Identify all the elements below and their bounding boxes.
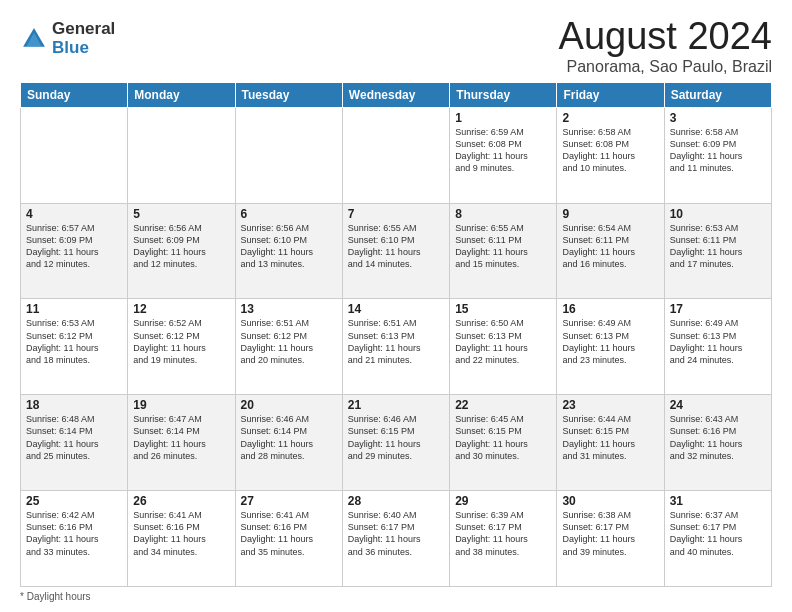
day-cell xyxy=(342,107,449,203)
logo-icon xyxy=(20,25,48,53)
day-info: Sunrise: 6:51 AM Sunset: 6:13 PM Dayligh… xyxy=(348,317,444,366)
day-number: 26 xyxy=(133,494,229,508)
footer-note: * Daylight hours xyxy=(20,591,772,602)
day-number: 10 xyxy=(670,207,766,221)
day-cell: 16Sunrise: 6:49 AM Sunset: 6:13 PM Dayli… xyxy=(557,299,664,395)
day-info: Sunrise: 6:46 AM Sunset: 6:14 PM Dayligh… xyxy=(241,413,337,462)
month-title: August 2024 xyxy=(559,16,772,58)
week-row-4: 25Sunrise: 6:42 AM Sunset: 6:16 PM Dayli… xyxy=(21,491,772,587)
day-info: Sunrise: 6:53 AM Sunset: 6:12 PM Dayligh… xyxy=(26,317,122,366)
day-cell: 17Sunrise: 6:49 AM Sunset: 6:13 PM Dayli… xyxy=(664,299,771,395)
day-cell: 2Sunrise: 6:58 AM Sunset: 6:08 PM Daylig… xyxy=(557,107,664,203)
day-number: 30 xyxy=(562,494,658,508)
day-number: 19 xyxy=(133,398,229,412)
day-cell: 23Sunrise: 6:44 AM Sunset: 6:15 PM Dayli… xyxy=(557,395,664,491)
day-cell: 8Sunrise: 6:55 AM Sunset: 6:11 PM Daylig… xyxy=(450,203,557,299)
day-cell: 18Sunrise: 6:48 AM Sunset: 6:14 PM Dayli… xyxy=(21,395,128,491)
calendar-table: SundayMondayTuesdayWednesdayThursdayFrid… xyxy=(20,82,772,587)
day-number: 4 xyxy=(26,207,122,221)
day-info: Sunrise: 6:47 AM Sunset: 6:14 PM Dayligh… xyxy=(133,413,229,462)
day-info: Sunrise: 6:50 AM Sunset: 6:13 PM Dayligh… xyxy=(455,317,551,366)
day-number: 15 xyxy=(455,302,551,316)
day-number: 25 xyxy=(26,494,122,508)
day-cell: 19Sunrise: 6:47 AM Sunset: 6:14 PM Dayli… xyxy=(128,395,235,491)
weekday-header-monday: Monday xyxy=(128,82,235,107)
page: General Blue August 2024 Panorama, Sao P… xyxy=(0,0,792,612)
header: General Blue August 2024 Panorama, Sao P… xyxy=(20,16,772,76)
logo: General Blue xyxy=(20,20,115,57)
day-number: 28 xyxy=(348,494,444,508)
day-cell: 13Sunrise: 6:51 AM Sunset: 6:12 PM Dayli… xyxy=(235,299,342,395)
day-cell: 7Sunrise: 6:55 AM Sunset: 6:10 PM Daylig… xyxy=(342,203,449,299)
day-cell: 21Sunrise: 6:46 AM Sunset: 6:15 PM Dayli… xyxy=(342,395,449,491)
day-info: Sunrise: 6:49 AM Sunset: 6:13 PM Dayligh… xyxy=(562,317,658,366)
day-number: 2 xyxy=(562,111,658,125)
day-number: 24 xyxy=(670,398,766,412)
day-number: 18 xyxy=(26,398,122,412)
logo-text: General Blue xyxy=(52,20,115,57)
day-info: Sunrise: 6:51 AM Sunset: 6:12 PM Dayligh… xyxy=(241,317,337,366)
day-cell: 25Sunrise: 6:42 AM Sunset: 6:16 PM Dayli… xyxy=(21,491,128,587)
day-cell: 26Sunrise: 6:41 AM Sunset: 6:16 PM Dayli… xyxy=(128,491,235,587)
day-info: Sunrise: 6:42 AM Sunset: 6:16 PM Dayligh… xyxy=(26,509,122,558)
day-number: 13 xyxy=(241,302,337,316)
day-cell xyxy=(235,107,342,203)
day-number: 17 xyxy=(670,302,766,316)
day-cell: 3Sunrise: 6:58 AM Sunset: 6:09 PM Daylig… xyxy=(664,107,771,203)
day-cell: 14Sunrise: 6:51 AM Sunset: 6:13 PM Dayli… xyxy=(342,299,449,395)
day-number: 12 xyxy=(133,302,229,316)
day-info: Sunrise: 6:58 AM Sunset: 6:08 PM Dayligh… xyxy=(562,126,658,175)
day-info: Sunrise: 6:41 AM Sunset: 6:16 PM Dayligh… xyxy=(133,509,229,558)
day-info: Sunrise: 6:54 AM Sunset: 6:11 PM Dayligh… xyxy=(562,222,658,271)
week-row-0: 1Sunrise: 6:59 AM Sunset: 6:08 PM Daylig… xyxy=(21,107,772,203)
title-block: August 2024 Panorama, Sao Paulo, Brazil xyxy=(559,16,772,76)
day-info: Sunrise: 6:52 AM Sunset: 6:12 PM Dayligh… xyxy=(133,317,229,366)
day-info: Sunrise: 6:37 AM Sunset: 6:17 PM Dayligh… xyxy=(670,509,766,558)
day-number: 11 xyxy=(26,302,122,316)
weekday-header-saturday: Saturday xyxy=(664,82,771,107)
day-info: Sunrise: 6:59 AM Sunset: 6:08 PM Dayligh… xyxy=(455,126,551,175)
day-info: Sunrise: 6:56 AM Sunset: 6:10 PM Dayligh… xyxy=(241,222,337,271)
day-number: 14 xyxy=(348,302,444,316)
day-cell: 29Sunrise: 6:39 AM Sunset: 6:17 PM Dayli… xyxy=(450,491,557,587)
weekday-header-sunday: Sunday xyxy=(21,82,128,107)
day-info: Sunrise: 6:55 AM Sunset: 6:10 PM Dayligh… xyxy=(348,222,444,271)
day-number: 27 xyxy=(241,494,337,508)
day-number: 31 xyxy=(670,494,766,508)
day-cell xyxy=(21,107,128,203)
day-cell: 11Sunrise: 6:53 AM Sunset: 6:12 PM Dayli… xyxy=(21,299,128,395)
day-number: 29 xyxy=(455,494,551,508)
day-info: Sunrise: 6:57 AM Sunset: 6:09 PM Dayligh… xyxy=(26,222,122,271)
day-cell: 4Sunrise: 6:57 AM Sunset: 6:09 PM Daylig… xyxy=(21,203,128,299)
day-number: 23 xyxy=(562,398,658,412)
day-cell: 31Sunrise: 6:37 AM Sunset: 6:17 PM Dayli… xyxy=(664,491,771,587)
day-info: Sunrise: 6:45 AM Sunset: 6:15 PM Dayligh… xyxy=(455,413,551,462)
day-number: 7 xyxy=(348,207,444,221)
day-number: 1 xyxy=(455,111,551,125)
week-row-3: 18Sunrise: 6:48 AM Sunset: 6:14 PM Dayli… xyxy=(21,395,772,491)
day-number: 20 xyxy=(241,398,337,412)
day-cell: 5Sunrise: 6:56 AM Sunset: 6:09 PM Daylig… xyxy=(128,203,235,299)
day-info: Sunrise: 6:43 AM Sunset: 6:16 PM Dayligh… xyxy=(670,413,766,462)
day-number: 3 xyxy=(670,111,766,125)
day-cell: 1Sunrise: 6:59 AM Sunset: 6:08 PM Daylig… xyxy=(450,107,557,203)
day-info: Sunrise: 6:44 AM Sunset: 6:15 PM Dayligh… xyxy=(562,413,658,462)
day-info: Sunrise: 6:48 AM Sunset: 6:14 PM Dayligh… xyxy=(26,413,122,462)
day-cell: 28Sunrise: 6:40 AM Sunset: 6:17 PM Dayli… xyxy=(342,491,449,587)
day-cell: 24Sunrise: 6:43 AM Sunset: 6:16 PM Dayli… xyxy=(664,395,771,491)
day-info: Sunrise: 6:39 AM Sunset: 6:17 PM Dayligh… xyxy=(455,509,551,558)
day-cell: 10Sunrise: 6:53 AM Sunset: 6:11 PM Dayli… xyxy=(664,203,771,299)
day-info: Sunrise: 6:55 AM Sunset: 6:11 PM Dayligh… xyxy=(455,222,551,271)
day-number: 5 xyxy=(133,207,229,221)
day-number: 21 xyxy=(348,398,444,412)
day-cell: 20Sunrise: 6:46 AM Sunset: 6:14 PM Dayli… xyxy=(235,395,342,491)
day-number: 6 xyxy=(241,207,337,221)
day-cell: 6Sunrise: 6:56 AM Sunset: 6:10 PM Daylig… xyxy=(235,203,342,299)
day-info: Sunrise: 6:40 AM Sunset: 6:17 PM Dayligh… xyxy=(348,509,444,558)
day-number: 8 xyxy=(455,207,551,221)
day-cell xyxy=(128,107,235,203)
logo-line1: General xyxy=(52,20,115,39)
day-info: Sunrise: 6:41 AM Sunset: 6:16 PM Dayligh… xyxy=(241,509,337,558)
weekday-header-tuesday: Tuesday xyxy=(235,82,342,107)
day-cell: 12Sunrise: 6:52 AM Sunset: 6:12 PM Dayli… xyxy=(128,299,235,395)
